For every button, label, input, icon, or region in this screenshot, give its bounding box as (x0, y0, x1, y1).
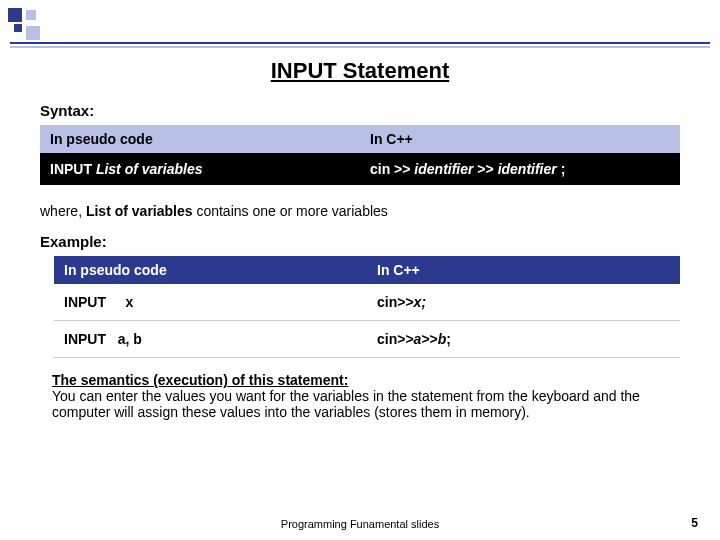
semantics-body: You can enter the values you want for th… (52, 388, 640, 420)
syntax-cell-left: INPUT List of variables (40, 153, 360, 185)
example-r2-left: INPUT a, b (54, 321, 367, 358)
syntax-head-left: In pseudo code (40, 125, 360, 153)
where-text: where, List of variables contains one or… (40, 203, 680, 219)
example-head-right: In C++ (367, 256, 680, 284)
page-number: 5 (691, 516, 698, 530)
example-table: In pseudo code In C++ INPUT x cin>>x; IN… (54, 256, 680, 358)
slide-title: INPUT Statement (0, 58, 720, 84)
example-head-left: In pseudo code (54, 256, 367, 284)
footer-text: Programming Funamental slides (0, 518, 720, 530)
rule-light (10, 46, 710, 48)
example-r2-right: cin>>a>>b; (367, 321, 680, 358)
rule-dark (10, 42, 710, 44)
syntax-label: Syntax: (40, 102, 680, 119)
syntax-table: In pseudo code In C++ INPUT List of vari… (40, 125, 680, 185)
example-label: Example: (40, 233, 680, 250)
example-r1-right: cin>>x; (367, 284, 680, 321)
syntax-head-right: In C++ (360, 125, 680, 153)
example-r1-left: INPUT x (54, 284, 367, 321)
semantics-heading: The semantics (execution) of this statem… (52, 372, 348, 388)
semantics-block: The semantics (execution) of this statem… (0, 372, 720, 420)
syntax-cell-right: cin >> identifier >> identifier ; (360, 153, 680, 185)
